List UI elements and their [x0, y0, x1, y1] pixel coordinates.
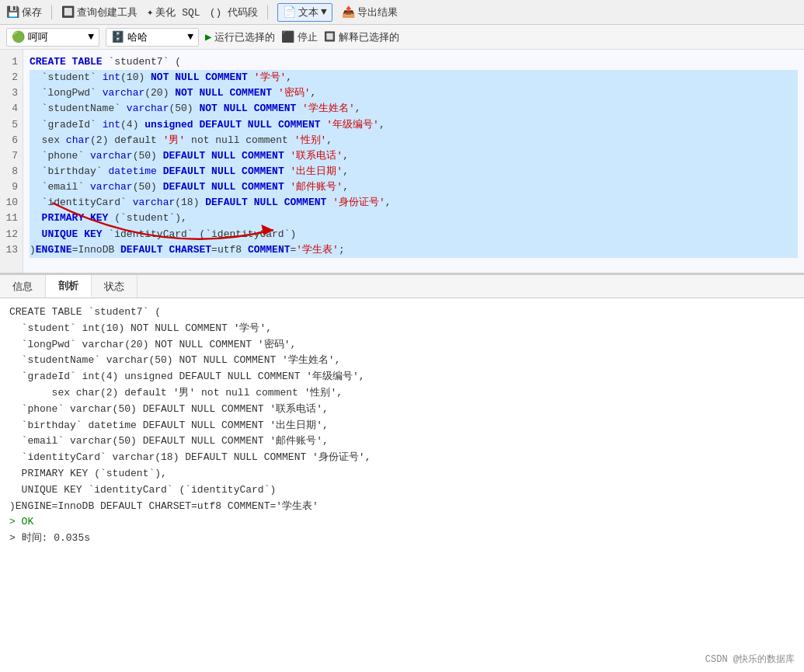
- result-line-8: `birthday` datetime DEFAULT NULL COMMENT…: [9, 418, 795, 434]
- stop-icon: ⬛: [281, 30, 294, 44]
- code-line-6: sex char(2) default '男' not null comment…: [30, 133, 798, 148]
- result-line-13: )ENGINE=InnoDB DEFAULT CHARSET=utf8 COMM…: [9, 499, 795, 515]
- text-button[interactable]: 📄 文本 ▼: [277, 3, 332, 22]
- code-line-13: )ENGINE=InnoDB DEFAULT CHARSET=utf8 COMM…: [30, 242, 798, 258]
- tab-info-label: 信息: [12, 280, 33, 294]
- query-tool-button[interactable]: 🔲 查询创建工具: [61, 5, 137, 19]
- result-line-1: CREATE TABLE `student7` (: [9, 305, 795, 321]
- db2-label: 哈哈: [127, 30, 148, 44]
- query-tool-icon: 🔲: [61, 5, 75, 19]
- code-line-12: UNIQUE KEY `identityCard` (`identityCard…: [30, 227, 798, 242]
- toolbar: 💾 保存 🔲 查询创建工具 ✦ 美化 SQL () 代码段 📄 文本 ▼ 📤 导…: [0, 0, 804, 25]
- code-line-4: `studentName` varchar(50) NOT NULL COMME…: [30, 101, 798, 117]
- beautify-icon: ✦: [147, 5, 153, 19]
- code-line-3: `longPwd` varchar(20) NOT NULL COMMENT '…: [30, 85, 798, 101]
- explain-button[interactable]: 🔲 解释已选择的: [324, 30, 399, 44]
- result-line-5: `gradeId` int(4) unsigned DEFAULT NULL C…: [9, 369, 795, 385]
- result-line-11: PRIMARY KEY (`student`),: [9, 466, 795, 482]
- db1-label: 呵呵: [28, 30, 48, 44]
- db1-dropdown-icon: ▼: [88, 31, 94, 43]
- result-line-7: `phone` varchar(50) DEFAULT NULL COMMENT…: [9, 402, 795, 418]
- connection-bar: 🟢 呵呵 ▼ 🗄️ 哈哈 ▼ ▶ 运行已选择的 ⬛ 停止 🔲 解释已选择的: [0, 25, 804, 50]
- result-line-4: `studentName` varchar(50) NOT NULL COMME…: [9, 353, 795, 369]
- watermark: CSDN @快乐的数据库: [705, 653, 795, 666]
- db1-selector[interactable]: 🟢 呵呵 ▼: [6, 28, 99, 47]
- tab-profiling[interactable]: 剖析: [46, 275, 92, 298]
- code-line-10: `identityCard` varchar(18) DEFAULT NULL …: [30, 195, 798, 211]
- result-line-12: UNIQUE KEY `identityCard` (`identityCard…: [9, 482, 795, 499]
- text-label: 文本: [298, 5, 318, 19]
- save-icon: 💾: [6, 5, 19, 19]
- code-text[interactable]: CREATE TABLE `student7` ( `student` int(…: [23, 50, 804, 273]
- export-icon: 📤: [342, 5, 355, 19]
- result-line-10: `identityCard` varchar(18) DEFAULT NULL …: [9, 450, 795, 466]
- stop-label: 停止: [298, 30, 318, 44]
- dropdown-icon: ▼: [321, 6, 327, 18]
- explain-icon: 🔲: [324, 31, 336, 43]
- code-editor[interactable]: 12345 678910 111213 CREATE TABLE `studen…: [0, 50, 804, 275]
- result-time: > 时间: 0.035s: [9, 531, 795, 547]
- panel-tabs: 信息 剖析 状态: [0, 275, 804, 298]
- separator-1: [51, 5, 52, 19]
- result-line-9: `email` varchar(50) DEFAULT NULL COMMENT…: [9, 433, 795, 450]
- code-line-5: `gradeId` int(4) unsigned DEFAULT NULL C…: [30, 117, 798, 133]
- query-tool-label: 查询创建工具: [77, 5, 137, 19]
- watermark-text: CSDN @快乐的数据库: [705, 654, 795, 665]
- run-selected-label: 运行已选择的: [214, 30, 275, 44]
- stop-button[interactable]: ⬛ 停止: [281, 30, 318, 44]
- code-segment-label: () 代码段: [210, 5, 258, 19]
- result-line-2: `student` int(10) NOT NULL COMMENT '学号',: [9, 321, 795, 337]
- code-line-1: CREATE TABLE `student7` (: [30, 54, 798, 70]
- save-label: 保存: [22, 5, 42, 19]
- beautify-label: 美化 SQL: [155, 5, 200, 19]
- code-line-11: PRIMARY KEY (`student`),: [30, 211, 798, 226]
- play-icon: ▶: [205, 30, 211, 44]
- code-line-8: `birthday` datetime DEFAULT NULL COMMENT…: [30, 164, 798, 179]
- db1-icon: 🟢: [12, 30, 25, 44]
- code-line-2: `student` int(10) NOT NULL COMMENT '学号',: [30, 70, 798, 85]
- panel-result: CREATE TABLE `student7` ( `student` int(…: [0, 298, 804, 645]
- export-button[interactable]: 📤 导出结果: [342, 5, 398, 19]
- code-segment-button[interactable]: () 代码段: [210, 5, 258, 19]
- explain-label: 解释已选择的: [339, 30, 399, 44]
- save-button[interactable]: 💾 保存: [6, 5, 42, 19]
- db2-selector[interactable]: 🗄️ 哈哈 ▼: [106, 28, 199, 47]
- tab-profiling-label: 剖析: [58, 279, 78, 293]
- result-ok: > OK: [9, 514, 795, 531]
- db2-icon: 🗄️: [111, 30, 124, 44]
- tab-status[interactable]: 状态: [92, 275, 137, 298]
- export-label: 导出结果: [357, 5, 398, 19]
- result-line-6: sex char(2) default '男' not null comment…: [9, 385, 795, 402]
- code-line-9: `email` varchar(50) DEFAULT NULL COMMENT…: [30, 179, 798, 195]
- line-numbers: 12345 678910 111213: [0, 50, 23, 273]
- beautify-button[interactable]: ✦ 美化 SQL: [147, 5, 200, 19]
- run-selected-button[interactable]: ▶ 运行已选择的: [205, 30, 275, 44]
- tab-info[interactable]: 信息: [0, 275, 46, 298]
- bottom-panel: 信息 剖析 状态 CREATE TABLE `student7` ( `stud…: [0, 275, 804, 645]
- separator-2: [267, 5, 268, 19]
- tab-status-label: 状态: [104, 280, 124, 294]
- code-line-7: `phone` varchar(50) DEFAULT NULL COMMENT…: [30, 148, 798, 164]
- db2-dropdown-icon: ▼: [187, 31, 193, 43]
- result-line-3: `longPwd` varchar(20) NOT NULL COMMENT '…: [9, 337, 795, 353]
- text-icon: 📄: [283, 5, 296, 19]
